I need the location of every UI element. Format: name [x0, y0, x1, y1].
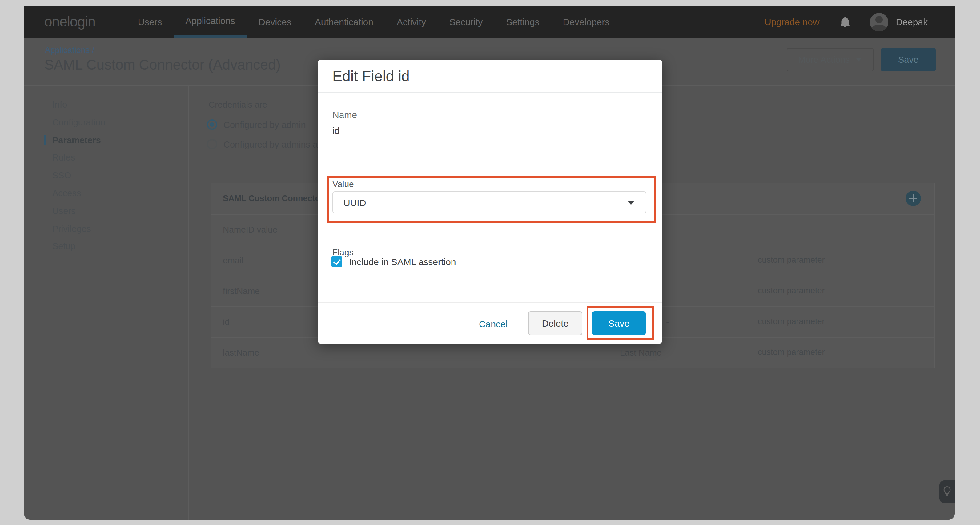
sidebar-item-users[interactable]: Users [24, 205, 188, 223]
breadcrumb[interactable]: Applications / [45, 46, 94, 55]
param-value: Last Name [620, 347, 662, 357]
app-window: onelogin Users Applications Devices Auth… [24, 6, 955, 520]
nav-item-devices[interactable]: Devices [247, 6, 303, 38]
param-name: firstName [223, 286, 260, 296]
nav-item-applications[interactable]: Applications [173, 6, 247, 38]
delete-label: Delete [542, 318, 569, 328]
value-label: Value [332, 179, 354, 189]
select-caret-down-icon [627, 200, 635, 205]
avatar-head-shape [876, 16, 883, 23]
sidebar-item-info[interactable]: Info [24, 98, 188, 116]
caret-down-icon [856, 58, 862, 62]
nav-item-activity[interactable]: Activity [385, 6, 438, 38]
radio-configured-by-admin[interactable]: Configured by admin [207, 119, 306, 130]
sidebar-item-rules[interactable]: Rules [24, 152, 188, 170]
radio-label: Configured by admin [223, 120, 306, 130]
radio-selected-icon [207, 119, 217, 130]
param-value: - [666, 317, 669, 327]
sidebar-item-setup[interactable]: Setup [24, 240, 188, 258]
param-tag: custom parameter [758, 286, 825, 295]
edit-field-modal: Edit Field id Name id Value UUID Flags I… [318, 60, 662, 344]
page-save-button[interactable]: Save [881, 48, 935, 71]
avatar-body-shape [872, 24, 887, 31]
param-name: id [223, 317, 230, 327]
param-tag: custom parameter [758, 347, 825, 357]
sidebar-item-parameters[interactable]: Parameters [24, 134, 188, 152]
nav-item-security[interactable]: Security [438, 6, 494, 38]
nav-item-authentication[interactable]: Authentication [303, 6, 385, 38]
add-parameter-button[interactable] [905, 191, 921, 206]
include-in-saml-checkbox-row[interactable]: Include in SAML assertion [331, 256, 456, 267]
screen: onelogin Users Applications Devices Auth… [0, 0, 980, 525]
param-tag: custom parameter [758, 317, 825, 326]
upgrade-now-link[interactable]: Upgrade now [765, 17, 819, 27]
modal-title: Edit Field id [332, 68, 410, 85]
more-actions-label: More Actions [798, 55, 850, 65]
value-selected-option: UUID [344, 197, 366, 208]
sidebar-item-access[interactable]: Access [24, 187, 188, 205]
delete-button[interactable]: Delete [528, 311, 582, 335]
user-name[interactable]: Deepak [896, 17, 928, 27]
nav-menu: Users Applications Devices Authenticatio… [126, 6, 621, 38]
onelogin-logo[interactable]: onelogin [45, 6, 95, 38]
param-name: NameID value [223, 225, 277, 234]
page-title: SAML Custom Connector (Advanced) [45, 57, 281, 73]
bell-icon[interactable] [841, 16, 850, 27]
name-value: id [332, 125, 339, 136]
sidebar-item-label: Parameters [52, 135, 101, 145]
nav-item-users[interactable]: Users [126, 6, 173, 38]
value-select[interactable]: UUID [332, 191, 646, 213]
modal-footer-divider [318, 302, 662, 303]
more-actions-button[interactable]: More Actions [787, 48, 873, 71]
page-save-label: Save [898, 55, 918, 65]
cancel-button[interactable]: Cancel [479, 319, 508, 329]
lightbulb-icon [943, 486, 951, 498]
sidebar-item-configuration[interactable]: Configuration [24, 116, 188, 134]
param-name: lastName [223, 347, 259, 357]
param-name: email [223, 255, 243, 265]
credentials-are-label: Credentials are [209, 100, 267, 109]
sidebar-item-privileges[interactable]: Privileges [24, 222, 188, 240]
nav-item-developers[interactable]: Developers [551, 6, 621, 38]
checkbox-checked-icon[interactable] [331, 256, 342, 267]
param-tag: custom parameter [758, 255, 825, 265]
feedback-tab[interactable] [939, 481, 955, 503]
nav-item-settings[interactable]: Settings [494, 6, 551, 38]
name-label: Name [332, 109, 357, 120]
active-indicator-bar [44, 135, 46, 144]
sidebar-item-sso[interactable]: SSO [24, 169, 188, 187]
top-nav: onelogin Users Applications Devices Auth… [24, 6, 955, 38]
checkbox-label: Include in SAML assertion [349, 256, 456, 266]
nav-right-group: Upgrade now Deepak [765, 6, 955, 38]
sidebar-divider [188, 85, 189, 520]
sidebar: Info Configuration Parameters Rules SSO … [24, 98, 188, 258]
radio-unselected-icon [207, 139, 217, 149]
annotation-box-save [587, 306, 654, 340]
modal-header-divider [318, 92, 662, 93]
user-avatar[interactable] [870, 13, 889, 31]
